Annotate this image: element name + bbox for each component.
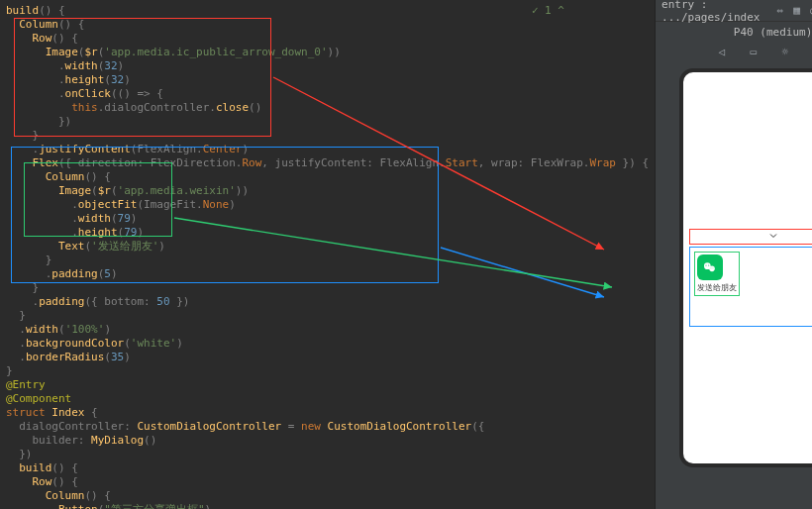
svg-point-5	[712, 267, 713, 268]
code-line[interactable]: Column() {	[6, 489, 649, 503]
code-line[interactable]: }	[6, 309, 649, 323]
svg-point-1	[709, 266, 715, 272]
code-line[interactable]: .objectFit(ImageFit.None)	[6, 198, 649, 212]
share-dialog: 发送给朋友	[689, 229, 812, 327]
code-editor[interactable]: build() { Column() { Row() { Image($r('a…	[0, 0, 655, 509]
preview-panel: entry : .../pages/index ⇔ ▦ ◎ ⤢ ⟳ ⌕ ⚙ P4…	[655, 0, 812, 509]
svg-point-3	[708, 264, 709, 265]
code-line[interactable]: build() {	[6, 461, 649, 475]
code-line[interactable]: @Component	[6, 392, 649, 406]
code-line[interactable]: })	[6, 115, 649, 129]
share-item-label: 发送给朋友	[697, 282, 737, 293]
code-line[interactable]: @Entry	[6, 378, 649, 392]
code-line[interactable]: }	[6, 281, 649, 295]
preview-tabbar: entry : .../pages/index ⇔ ▦ ◎ ⤢ ⟳ ⌕ ⚙	[656, 0, 812, 22]
code-line[interactable]: })	[6, 448, 649, 461]
device-name: P40 (medium)	[656, 22, 812, 43]
svg-point-4	[710, 267, 711, 268]
code-line[interactable]: Button("第三方分享弹出框")	[6, 503, 649, 509]
back-icon[interactable]: ◁	[719, 46, 733, 59]
code-line[interactable]: Text('发送给朋友')	[6, 240, 649, 254]
code-line[interactable]: .width('100%')	[6, 323, 649, 337]
code-line[interactable]: .width(32)	[6, 59, 649, 73]
code-line[interactable]: dialogController: CustomDialogController…	[6, 420, 649, 434]
preview-toolbar: ◁ ▭ ☼ ⋯	[656, 43, 812, 62]
code-line[interactable]: Image($r('app.media.weixin'))	[6, 184, 649, 198]
share-item-wechat[interactable]: 发送给朋友	[694, 252, 740, 296]
code-line[interactable]: .onClick(() => {	[6, 87, 649, 101]
rotate-icon[interactable]: ▭	[751, 46, 764, 59]
code-line[interactable]: Row() {	[6, 32, 649, 46]
code-line[interactable]: .width(79)	[6, 212, 649, 226]
code-line[interactable]: Flex({ direction: FlexDirection.Row, jus…	[6, 156, 649, 170]
code-line[interactable]: .padding({ bottom: 50 })	[6, 295, 649, 309]
code-line[interactable]: Row() {	[6, 475, 649, 489]
link-icon[interactable]: ⇔	[775, 4, 784, 18]
code-line[interactable]: builder: MyDialog()	[6, 434, 649, 448]
code-line[interactable]: }	[6, 254, 649, 267]
device-frame: 发送给朋友	[679, 68, 812, 467]
svg-point-2	[705, 264, 706, 265]
code-line[interactable]: this.dialogController.close()	[6, 101, 649, 115]
wechat-icon	[697, 254, 723, 280]
code-line[interactable]: .padding(5)	[6, 267, 649, 281]
code-line[interactable]: .borderRadius(35)	[6, 351, 649, 364]
code-line[interactable]: Image($r('app.media.ic_public_arrow_down…	[6, 46, 649, 59]
code-line[interactable]: .height(79)	[6, 226, 649, 240]
code-line[interactable]: }	[6, 129, 649, 143]
grid-icon[interactable]: ▦	[792, 4, 801, 18]
dialog-close-row[interactable]	[689, 229, 812, 245]
dialog-body: 发送给朋友	[689, 247, 812, 327]
code-line[interactable]: Column() {	[6, 18, 649, 32]
code-line[interactable]: .height(32)	[6, 73, 649, 87]
theme-icon[interactable]: ☼	[782, 46, 796, 59]
code-line[interactable]: .backgroundColor('white')	[6, 337, 649, 351]
code-line[interactable]: Column() {	[6, 170, 649, 184]
status-indicator[interactable]: ✓ 1 ^	[532, 4, 564, 17]
code-line[interactable]: }	[6, 364, 649, 378]
code-line[interactable]: .justifyContent(FlexAlign.Center)	[6, 143, 649, 156]
preview-tab-label[interactable]: entry : .../pages/index	[661, 0, 760, 24]
chevron-down-icon	[767, 230, 779, 245]
code-line[interactable]: struct Index {	[6, 406, 649, 420]
